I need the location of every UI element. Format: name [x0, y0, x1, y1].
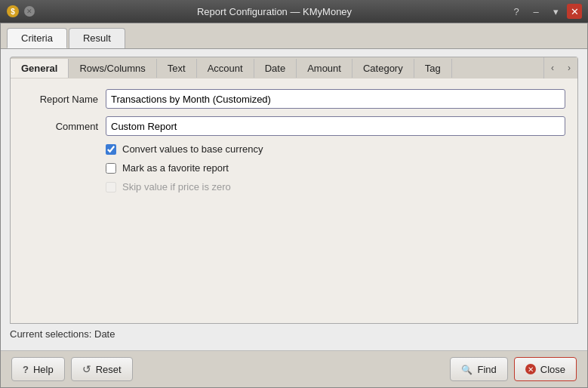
inner-tab-amount[interactable]: Amount	[297, 59, 352, 78]
favorite-row: Mark as a favorite report	[106, 162, 565, 174]
convert-base-checkbox[interactable]	[106, 144, 116, 155]
skip-zero-label: Skip value if price is zero	[122, 181, 231, 192]
favorite-checkbox[interactable]	[106, 163, 116, 174]
tab-nav-arrows: ‹ ›	[543, 57, 577, 79]
form-panel: Report Name Comment Convert values to ba…	[10, 79, 578, 324]
button-bar: Help Reset Find ✕ Close	[1, 350, 587, 387]
top-tab-bar: Criteria Result	[1, 23, 587, 49]
reset-icon	[82, 363, 91, 375]
report-name-label: Report Name	[23, 94, 98, 105]
inner-tab-general[interactable]: General	[11, 59, 69, 78]
form-spacer	[23, 200, 565, 314]
find-icon	[461, 364, 473, 375]
reset-button[interactable]: Reset	[71, 357, 133, 381]
report-name-row: Report Name	[23, 89, 565, 109]
titlebar-close-button[interactable]: ✕	[567, 4, 582, 19]
skip-zero-checkbox	[106, 182, 116, 192]
help-icon	[23, 364, 29, 375]
titlebar: $ ✕ Report Configuration — KMyMoney ? – …	[0, 0, 588, 23]
inner-tab-tag[interactable]: Tag	[414, 59, 452, 78]
comment-row: Comment	[23, 116, 565, 136]
inner-tab-bar: General Rows/Columns Text Account Date A…	[10, 57, 578, 79]
tab-next-button[interactable]: ›	[561, 57, 577, 79]
current-selections: Current selections: Date	[10, 324, 578, 343]
close-button[interactable]: ✕ Close	[514, 357, 577, 381]
find-button[interactable]: Find	[450, 357, 507, 381]
report-name-input[interactable]	[106, 89, 565, 109]
comment-input[interactable]	[106, 116, 565, 136]
app-icon: $	[6, 5, 20, 18]
main-window: Criteria Result General Rows/Columns Tex…	[0, 23, 588, 388]
comment-label: Comment	[23, 121, 98, 132]
inner-tab-rows-columns[interactable]: Rows/Columns	[69, 59, 156, 78]
svg-text:$: $	[11, 8, 15, 16]
tab-criteria[interactable]: Criteria	[7, 28, 67, 48]
skip-zero-row: Skip value if price is zero	[106, 181, 565, 192]
help-label: Help	[33, 364, 54, 375]
inner-tab-category[interactable]: Category	[352, 59, 414, 78]
inner-tab-account[interactable]: Account	[197, 59, 254, 78]
help-button[interactable]: Help	[11, 357, 65, 381]
titlebar-actions: ? – ▾ ✕	[508, 3, 582, 20]
titlebar-help-button[interactable]: ?	[508, 3, 525, 20]
titlebar-title: Report Configuration — KMyMoney	[41, 6, 508, 17]
inner-tab-text[interactable]: Text	[157, 59, 197, 78]
tab-result[interactable]: Result	[69, 28, 125, 48]
titlebar-restore-button[interactable]: ▾	[547, 3, 564, 20]
favorite-label[interactable]: Mark as a favorite report	[122, 162, 229, 174]
convert-base-label[interactable]: Convert values to base currency	[122, 143, 263, 155]
content-area: General Rows/Columns Text Account Date A…	[1, 49, 587, 350]
close-label: Close	[540, 364, 565, 375]
reset-label: Reset	[96, 364, 122, 375]
close-icon: ✕	[525, 364, 536, 374]
find-label: Find	[477, 364, 496, 375]
convert-base-row: Convert values to base currency	[106, 143, 565, 155]
tab-prev-button[interactable]: ‹	[544, 57, 561, 79]
titlebar-x-button[interactable]: ✕	[24, 6, 35, 17]
inner-tab-date[interactable]: Date	[254, 59, 297, 78]
titlebar-minimize-button[interactable]: –	[528, 3, 544, 20]
